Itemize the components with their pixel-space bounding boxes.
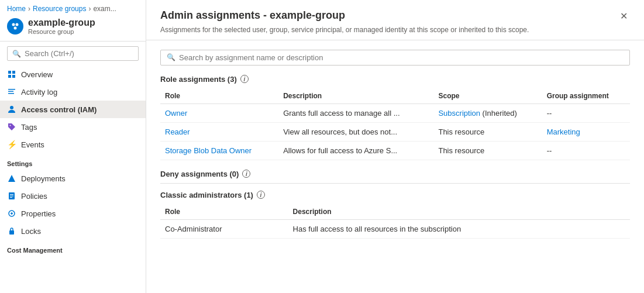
sidebar-item-properties-label: Properties <box>21 209 56 218</box>
sidebar-item-locks[interactable]: Locks <box>0 222 146 240</box>
deny-assignments-heading: Deny assignments (0) i <box>160 170 630 178</box>
panel-header: Admin assignments - example-group Assign… <box>146 0 644 40</box>
role-storage-description: Allows for full access to Azure S... <box>278 141 433 160</box>
deployments-icon <box>7 174 16 183</box>
svg-rect-9 <box>8 93 14 94</box>
tags-icon <box>7 122 16 132</box>
assignment-search-input[interactable] <box>179 53 624 62</box>
sidebar-item-deployments-label: Deployments <box>21 174 66 183</box>
classic-admins-info-icon[interactable]: i <box>257 191 265 199</box>
resource-title: example-group <box>28 18 95 28</box>
activity-log-icon <box>7 87 16 96</box>
sidebar-item-tags-label: Tags <box>21 123 37 132</box>
sidebar-item-events[interactable]: ⚡ Events <box>0 136 146 153</box>
role-reader-scope: This resource <box>433 122 542 141</box>
svg-rect-14 <box>10 194 13 195</box>
role-assignments-heading: Role assignments (3) i <box>160 75 630 84</box>
sidebar-item-tags[interactable]: Tags <box>0 118 146 136</box>
sidebar-item-activity-log-label: Activity log <box>21 88 57 96</box>
svg-point-10 <box>10 106 13 109</box>
table-row: Storage Blob Data Owner Allows for full … <box>160 141 630 160</box>
resource-subtitle: Resource group <box>28 28 95 35</box>
classic-admins-table: Role Description Co-Administrator Has fu… <box>160 204 630 239</box>
search-box[interactable]: 🔍 <box>7 46 139 61</box>
settings-section-label: Settings <box>0 153 146 170</box>
group-marketing-link[interactable]: Marketing <box>547 127 580 136</box>
sidebar-item-overview[interactable]: Overview <box>0 66 146 83</box>
breadcrumb-home[interactable]: Home <box>7 5 26 13</box>
access-control-icon <box>7 105 16 114</box>
policies-icon <box>7 191 16 201</box>
table-row: Owner Grants full access to manage all .… <box>160 104 630 122</box>
classic-role-description: Has full access to all resources in the … <box>288 219 630 238</box>
panel-content: 🔍 Role assignments (3) i Role Descriptio… <box>146 40 644 257</box>
role-storage-link[interactable]: Storage Blob Data Owner <box>165 146 252 155</box>
properties-icon <box>7 209 16 218</box>
panel-subtitle: Assignments for the selected user, group… <box>160 25 529 35</box>
sidebar-item-locks-label: Locks <box>21 227 41 236</box>
breadcrumb-resource-groups[interactable]: Resource groups <box>33 5 86 13</box>
sidebar-item-overview-label: Overview <box>21 70 53 79</box>
overview-icon <box>7 70 16 79</box>
classic-col-description: Description <box>288 204 630 220</box>
col-description: Description <box>278 88 433 104</box>
svg-rect-7 <box>8 89 15 90</box>
svg-rect-15 <box>10 196 13 197</box>
role-storage-group: -- <box>542 141 630 160</box>
sidebar-item-policies[interactable]: Policies <box>0 187 146 205</box>
sidebar-item-properties[interactable]: Properties <box>0 205 146 222</box>
svg-point-11 <box>10 125 11 126</box>
assignment-search-box[interactable]: 🔍 <box>160 50 630 66</box>
role-owner-scope: Subscription (Inherited) <box>433 104 542 122</box>
assignment-search-icon: 🔍 <box>167 53 175 61</box>
cost-management-section-label: Cost Management <box>0 240 146 256</box>
svg-rect-4 <box>12 71 15 74</box>
role-reader-group: Marketing <box>542 122 630 141</box>
sidebar-item-policies-label: Policies <box>21 192 47 201</box>
svg-rect-16 <box>10 197 12 198</box>
role-owner-description: Grants full access to manage all ... <box>278 104 433 122</box>
svg-point-1 <box>16 23 19 26</box>
table-row: Reader View all resources, but does not.… <box>160 122 630 141</box>
role-assignments-header-row: Role Description Scope Group assignment <box>160 88 630 104</box>
svg-rect-18 <box>9 230 14 235</box>
sidebar-item-deployments[interactable]: Deployments <box>0 170 146 187</box>
role-storage-scope: This resource <box>433 141 542 160</box>
nav-menu: Overview Activity log Access control (IA… <box>0 66 146 256</box>
classic-col-role: Role <box>160 204 288 220</box>
role-assignments-table: Role Description Scope Group assignment … <box>160 88 630 160</box>
role-owner-link[interactable]: Owner <box>165 109 187 118</box>
search-icon: 🔍 <box>12 50 21 58</box>
sidebar-item-events-label: Events <box>21 140 44 149</box>
main-panel: Admin assignments - example-group Assign… <box>146 0 644 293</box>
col-role: Role <box>160 88 278 104</box>
section-divider <box>160 183 630 184</box>
classic-admins-header-row: Role Description <box>160 204 630 220</box>
svg-rect-8 <box>8 91 13 92</box>
col-scope: Scope <box>433 88 542 104</box>
close-button[interactable]: ✕ <box>618 9 630 23</box>
svg-rect-3 <box>8 71 11 74</box>
events-icon: ⚡ <box>7 140 16 149</box>
role-assignments-info-icon[interactable]: i <box>240 75 249 83</box>
col-group-assignment: Group assignment <box>542 88 630 104</box>
classic-role-label: Co-Administrator <box>160 219 288 238</box>
svg-point-2 <box>14 27 17 30</box>
locks-icon <box>7 226 16 236</box>
search-input[interactable] <box>25 49 133 58</box>
deny-assignments-info-icon[interactable]: i <box>242 170 250 178</box>
sidebar: Home › Resource groups › exam... example… <box>0 0 146 293</box>
svg-rect-5 <box>8 75 11 78</box>
table-row: Co-Administrator Has full access to all … <box>160 219 630 238</box>
sidebar-item-access-control-label: Access control (IAM) <box>21 105 97 114</box>
classic-admins-heading: Classic administrators (1) i <box>160 191 630 199</box>
breadcrumb-current: exam... <box>93 5 116 13</box>
breadcrumb: Home › Resource groups › exam... <box>0 0 146 15</box>
role-owner-group: -- <box>542 104 630 122</box>
role-reader-description: View all resources, but does not... <box>278 122 433 141</box>
sidebar-item-activity-log[interactable]: Activity log <box>0 83 146 101</box>
role-reader-link[interactable]: Reader <box>165 127 190 136</box>
scope-subscription-link[interactable]: Subscription <box>438 109 480 118</box>
sidebar-item-access-control[interactable]: Access control (IAM) <box>0 101 146 118</box>
svg-marker-12 <box>8 175 15 182</box>
